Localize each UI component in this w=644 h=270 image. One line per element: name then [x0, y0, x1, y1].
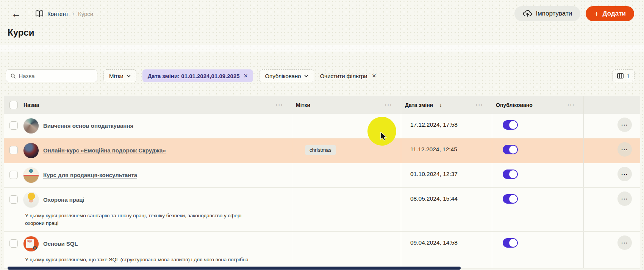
select-all-cell: [4, 101, 23, 109]
published-toggle[interactable]: [503, 170, 518, 179]
row-checkbox[interactable]: [9, 171, 18, 179]
chevron-down-icon: [127, 75, 131, 77]
published-toggle[interactable]: [503, 145, 518, 154]
row-checkbox[interactable]: [9, 239, 18, 248]
topbar: ← Контент › Курси Імпортувати + Додати: [9, 5, 634, 22]
sort-descending-icon[interactable]: ↓: [439, 102, 442, 108]
add-button-label: Додати: [602, 10, 626, 17]
published-cell: [492, 114, 583, 138]
course-description: У цьому курсі розглянемо, що таке SQL (с…: [25, 256, 252, 264]
modified-date: 09.04.2024, 14:58: [401, 232, 492, 268]
row-actions-button[interactable]: ···: [617, 192, 632, 206]
cloud-upload-icon: [523, 10, 532, 17]
course-name-cell: SQL⚙ Основи SQL У цьому курсі розглянемо…: [23, 232, 292, 268]
course-tags-cell: [292, 114, 401, 138]
row-checkbox[interactable]: [9, 195, 18, 204]
toggle-knob: [509, 170, 517, 178]
published-toggle[interactable]: [503, 120, 518, 130]
toggle-knob: [509, 195, 517, 203]
import-button[interactable]: Імпортувати: [514, 6, 580, 21]
search-icon: [11, 73, 16, 79]
toggle-knob: [509, 239, 517, 247]
horizontal-scrollbar-thumb[interactable]: [8, 267, 461, 270]
courses-table: Назва ··· Мітки ··· Дата зміни ↓ ··· Опу…: [4, 96, 640, 268]
table-row: Охорона праці У цьому курсі розглянемо с…: [4, 188, 640, 232]
select-all-checkbox[interactable]: [9, 101, 18, 109]
published-cell: [492, 232, 583, 268]
course-name-link[interactable]: Онлайн-курс «Емоційна подорож Скруджа»: [43, 147, 166, 154]
row-actions-button[interactable]: ···: [617, 118, 632, 132]
column-header-name: Назва ···: [23, 96, 292, 114]
course-avatar: SQL⚙: [23, 236, 39, 251]
course-name-cell: Охорона праці У цьому курсі розглянемо с…: [23, 188, 292, 231]
row-actions-cell: ···: [583, 138, 640, 163]
row-actions-button[interactable]: ···: [617, 142, 632, 157]
row-checkbox[interactable]: [9, 121, 18, 130]
back-button[interactable]: ←: [9, 8, 23, 19]
table-row: Курс для продавця-консультанта 01.10.202…: [4, 163, 640, 188]
toggle-knob: [509, 146, 517, 154]
row-checkbox-cell: [4, 138, 23, 163]
date-filter-chip-label: Дата зміни: 01.01.2024,01.09.2025: [148, 73, 240, 79]
header-divider-band: [0, 45, 644, 52]
columns-settings-button[interactable]: 1: [612, 69, 635, 82]
search-input[interactable]: [19, 73, 93, 79]
course-name-cell: Онлайн-курс «Емоційна подорож Скруджа»: [23, 138, 292, 163]
row-checkbox-cell: [4, 232, 23, 268]
table-header: Назва ··· Мітки ··· Дата зміни ↓ ··· Опу…: [4, 96, 640, 114]
course-name-link[interactable]: Вивчення основ оподаткування: [43, 122, 133, 129]
course-avatar: [23, 168, 39, 183]
published-cell: [492, 188, 583, 231]
published-cell: [492, 138, 583, 163]
column-menu-button[interactable]: ···: [385, 102, 392, 108]
breadcrumb-item-content[interactable]: Контент: [47, 11, 69, 17]
topbar-actions: Імпортувати + Додати: [514, 6, 634, 21]
courses-page: ← Контент › Курси Імпортувати + Додати: [0, 0, 644, 270]
date-filter-chip[interactable]: Дата зміни: 01.01.2024,01.09.2025 ✕: [142, 69, 253, 82]
tag-chip: christmas: [305, 145, 336, 155]
tags-filter-label: Мітки: [109, 73, 123, 79]
column-header-date: Дата зміни ↓ ···: [401, 96, 492, 114]
column-menu-button[interactable]: ···: [476, 102, 483, 108]
course-tags-cell: christmas: [292, 138, 401, 163]
table-row: SQL⚙ Основи SQL У цьому курсі розглянемо…: [4, 232, 640, 268]
course-avatar: [23, 118, 39, 133]
chevron-down-icon: [304, 75, 308, 77]
row-checkbox-cell: [4, 188, 23, 231]
course-name-link[interactable]: Охорона праці: [43, 196, 84, 203]
topbar-divider: [29, 9, 29, 19]
modified-date: 01.10.2024, 12:37: [401, 163, 492, 187]
remove-date-filter-icon[interactable]: ✕: [244, 73, 248, 79]
course-tags-cell: [292, 188, 401, 231]
column-menu-button[interactable]: ···: [567, 102, 575, 108]
clear-filters-label: Очистити фільтри: [320, 73, 367, 79]
course-avatar: [23, 143, 39, 158]
published-filter-label: Опубліковано: [265, 73, 301, 79]
column-label: Опубліковано: [496, 102, 533, 108]
row-actions-button[interactable]: ···: [617, 167, 632, 181]
column-header-published: Опубліковано ···: [492, 96, 583, 114]
table-columns-icon: [617, 73, 624, 78]
add-button[interactable]: + Додати: [586, 6, 634, 21]
row-checkbox[interactable]: [9, 146, 18, 154]
row-actions-button[interactable]: ···: [617, 235, 632, 250]
modified-date: 08.05.2024, 15:44: [401, 188, 492, 231]
column-label: Дата зміни: [405, 102, 433, 108]
column-label: Мітки: [296, 102, 310, 108]
page-title: Курси: [8, 27, 34, 38]
course-name-link[interactable]: Основи SQL: [43, 240, 78, 247]
tags-filter-button[interactable]: Мітки: [103, 69, 136, 82]
clear-filters-button[interactable]: Очистити фільтри ✕: [320, 73, 376, 79]
published-toggle[interactable]: [503, 194, 518, 204]
course-name-link[interactable]: Курс для продавця-консультанта: [43, 172, 137, 179]
course-name-cell: Курс для продавця-консультанта: [23, 163, 292, 187]
published-filter-button[interactable]: Опубліковано: [259, 69, 314, 82]
column-menu-button[interactable]: ···: [276, 102, 283, 108]
modified-date: 17.12.2024, 17:58: [401, 114, 492, 138]
course-description: У цьому курсі розглянемо санітарію та гі…: [25, 212, 252, 227]
published-toggle[interactable]: [503, 238, 518, 248]
column-header-tags: Мітки ···: [292, 96, 401, 114]
gear-icon: ⚙: [33, 245, 38, 251]
table-row: Вивчення основ оподаткування 17.12.2024,…: [4, 114, 640, 138]
import-button-label: Імпортувати: [536, 10, 572, 17]
